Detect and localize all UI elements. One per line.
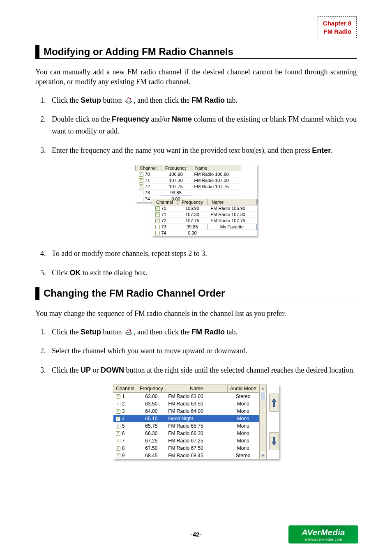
table-row[interactable]: 71107.30FM Radio 107.30 <box>152 211 257 217</box>
section2-intro: You may change the sequence of FM radio … <box>35 309 357 318</box>
chapter-label: Chapter 8 <box>323 19 351 28</box>
table-row[interactable]: 70106.90FM Radio 106.90 <box>152 205 257 211</box>
checkbox-icon[interactable] <box>116 431 120 436</box>
svg-point-1 <box>129 98 131 99</box>
s1-step3: 3. Enter the frequency and the name you … <box>52 145 357 157</box>
checkbox-icon[interactable] <box>155 212 160 217</box>
table-row[interactable]: 70106.90FM Radio 106.90 <box>136 171 240 177</box>
section1-intro: You can manually add a new FM radio chan… <box>35 67 357 87</box>
checkbox-icon[interactable] <box>116 394 120 399</box>
svg-point-3 <box>129 329 131 331</box>
table-row[interactable]: 7399.85My Favorite <box>152 223 257 230</box>
table-row[interactable]: 163.00FM Radio 63.00Stereo <box>113 393 259 401</box>
table-row[interactable]: 767.25FM Radio 67.25Mono <box>113 437 259 444</box>
table-row[interactable]: 968.45FM Radio 68.45Stereo <box>113 452 259 459</box>
section-title-1: Modifying or Adding FM Radio Channels <box>35 45 357 59</box>
chapter-header: Chapter 8 FM Radio <box>318 16 357 38</box>
chapter-title: FM Radio <box>323 28 351 36</box>
table-row[interactable]: 263.50FM Radio 63.50Mono <box>113 400 259 408</box>
checkbox-icon[interactable] <box>116 402 120 406</box>
checkbox-icon[interactable] <box>116 439 120 443</box>
checkbox-icon[interactable] <box>139 184 143 189</box>
s2-step1: 1. Click the Setup button , and then cli… <box>52 326 357 338</box>
table-row[interactable]: 465.10Good NightMono <box>113 415 259 422</box>
move-down-button[interactable] <box>269 432 279 450</box>
setup-icon <box>124 328 134 336</box>
s1-step2: 2. Double click on the Frequency and/or … <box>52 113 357 137</box>
scroll-thumb[interactable] <box>260 392 266 400</box>
channel-order-table[interactable]: Channel Frequency Name Audio Mode 163.00… <box>113 385 259 459</box>
checkbox-icon[interactable] <box>116 409 120 414</box>
table-row[interactable]: 71107.30FM Radio 107.30 <box>136 177 240 183</box>
checkbox-icon[interactable] <box>139 172 143 177</box>
table-row[interactable]: 364.00FM Radio 64.00Mono <box>113 408 259 415</box>
checkbox-icon[interactable] <box>116 454 120 458</box>
table-row[interactable]: 740.00 <box>152 230 257 236</box>
checkbox-icon[interactable] <box>139 178 143 183</box>
channel-table-name-edit[interactable]: Channel Frequency Name 70106.90FM Radio … <box>152 199 257 236</box>
checkbox-icon[interactable] <box>155 231 160 235</box>
scrollbar[interactable]: ▲ ▼ <box>259 385 267 459</box>
checkbox-icon[interactable] <box>116 424 120 428</box>
checkbox-icon[interactable] <box>155 206 160 211</box>
table-row[interactable]: 867.50FM Radio 67.50Mono <box>113 444 259 452</box>
table-row[interactable]: 7399.85 <box>136 189 240 196</box>
s1-step5: 5. Click OK to exit the dialog box. <box>52 267 357 279</box>
checkbox-icon[interactable] <box>139 191 143 195</box>
checkbox-icon[interactable] <box>116 417 120 421</box>
channel-table-freq-edit[interactable]: Channel Frequency Name 70106.90FM Radio … <box>135 165 240 202</box>
scroll-down-icon[interactable]: ▼ <box>260 452 266 459</box>
scroll-up-icon[interactable]: ▲ <box>260 385 266 391</box>
table-row[interactable]: 565.75FM Radio 65.75Mono <box>113 422 259 430</box>
s2-step2: 2. Select the channel which you want to … <box>52 345 357 357</box>
table-row[interactable]: 666.30FM Radio 66.30Mono <box>113 430 259 437</box>
checkbox-icon[interactable] <box>155 225 160 229</box>
s2-step3: 3. Click the UP or DOWN button at the ri… <box>52 364 357 376</box>
section-title-2: Changing the FM Radio Channel Order <box>35 287 357 300</box>
s1-step1: 1. Click the Setup button , and then cli… <box>52 94 357 106</box>
figure-2: Channel Frequency Name Audio Mode 163.00… <box>35 385 357 459</box>
setup-icon <box>124 96 134 104</box>
checkbox-icon[interactable] <box>116 446 120 451</box>
checkbox-icon[interactable] <box>155 219 160 223</box>
table-row[interactable]: 72107.75FM Radio 107.75 <box>152 217 257 223</box>
s1-step4: 4. To add or modify more channels, repea… <box>52 248 357 260</box>
move-up-button[interactable] <box>269 394 279 412</box>
avermedia-logo: AVerMedia www.avermedia.com <box>288 525 358 543</box>
checkbox-icon[interactable] <box>139 197 143 201</box>
figure-1: Channel Frequency Name 70106.90FM Radio … <box>35 165 357 238</box>
table-row[interactable]: 72107.75FM Radio 107.75 <box>136 183 240 189</box>
